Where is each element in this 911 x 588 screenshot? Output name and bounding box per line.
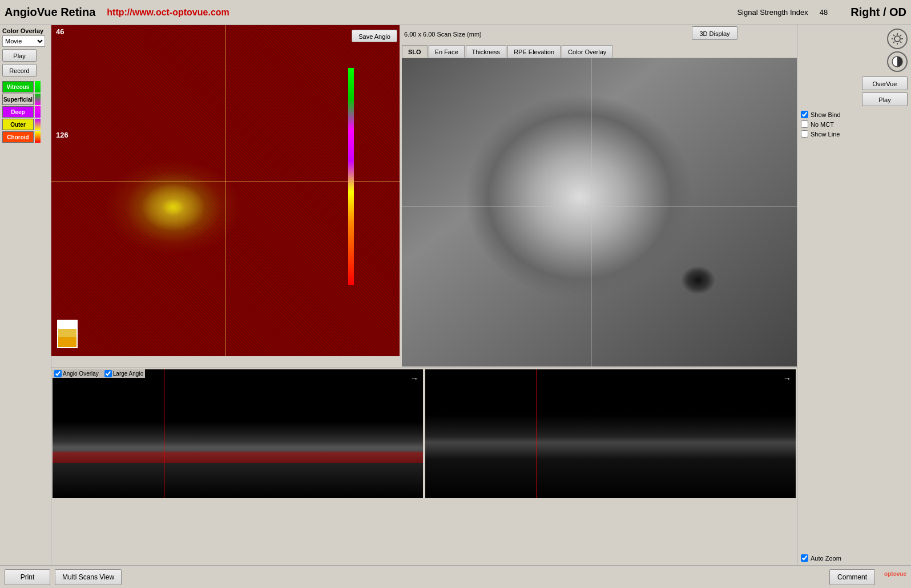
- tab-en-face[interactable]: En Face: [429, 45, 465, 58]
- deep-swatch: [35, 106, 41, 118]
- show-bind-checkbox[interactable]: [801, 111, 808, 118]
- right-panel: OverVue Play Show Bind No MCT Show Line …: [797, 25, 911, 565]
- optovue-logo-text2: vue: [897, 571, 906, 577]
- show-bind-row: Show Bind: [801, 111, 908, 118]
- header: AngioVue Retina http://www.oct-optovue.c…: [0, 0, 911, 25]
- play-right-button[interactable]: Play: [862, 92, 908, 106]
- slo-crosshair-h: [402, 206, 797, 207]
- superficial-label: Superficial: [2, 94, 34, 105]
- display-3d-button[interactable]: 3D Display: [692, 26, 737, 40]
- angio-overlay-checkbox[interactable]: [54, 370, 62, 377]
- overvue-button[interactable]: OverVue: [862, 76, 908, 90]
- slo-area: 6.00 x 6.00 Scan Size (mm) 3D Display SL…: [402, 25, 797, 368]
- app-url[interactable]: http://www.oct-optovue.com: [107, 7, 229, 18]
- svg-line-5: [893, 35, 894, 36]
- left-panel: Color Overlay Movie Static Play Record V…: [0, 25, 51, 565]
- brightness-icon[interactable]: [887, 29, 908, 49]
- angio-number-2: 126: [56, 131, 68, 139]
- optovue-logo-text: opt: [884, 571, 893, 577]
- tab-thickness[interactable]: Thickness: [466, 45, 507, 58]
- superficial-bar: Superficial: [2, 94, 48, 105]
- signal-value: 48: [820, 8, 828, 17]
- tab-slo[interactable]: SLO: [402, 45, 428, 58]
- auto-zoom-row: Auto Zoom: [801, 554, 908, 562]
- bscan-left[interactable]: Angio Overlay Large Angio →: [53, 369, 423, 498]
- large-angio-label: Large Angio: [113, 370, 143, 377]
- crosshair-h: [51, 181, 400, 182]
- bscan-red-layer: [53, 452, 423, 463]
- contrast-icon[interactable]: [887, 51, 908, 72]
- outer-label: Outer: [2, 119, 34, 130]
- show-line-label: Show Line: [811, 131, 840, 138]
- play-button[interactable]: Play: [2, 49, 37, 62]
- comment-button[interactable]: Comment: [829, 569, 875, 585]
- save-angio-button[interactable]: Save Angio: [352, 30, 397, 42]
- auto-zoom-label: Auto Zoom: [811, 555, 841, 562]
- outer-bar: Outer: [2, 119, 48, 130]
- svg-point-0: [894, 36, 900, 42]
- app-title: AngioVue Retina: [5, 6, 95, 19]
- color-vertical-bar: [348, 68, 354, 285]
- no-mct-label: No MCT: [811, 121, 834, 128]
- color-overlay-label: Color Overlay: [2, 27, 43, 34]
- no-mct-row: No MCT: [801, 120, 908, 128]
- svg-line-8: [900, 35, 901, 36]
- vitreous-swatch: [35, 81, 41, 92]
- tab-rpe-elevation[interactable]: RPE Elevation: [507, 45, 561, 58]
- angio-overlay-label: Angio Overlay: [63, 370, 99, 377]
- brightness-icons: [801, 29, 908, 72]
- right-od-label: Right / OD: [850, 6, 906, 19]
- bscan-right-arrow: →: [783, 374, 791, 383]
- bscan-left-red-line: [164, 369, 164, 498]
- choroid-bar: Choroid: [2, 131, 48, 143]
- slo-crosshair-v: [591, 58, 592, 367]
- no-mct-checkbox[interactable]: [801, 120, 808, 128]
- slo-tabs: SLO En Face Thickness RPE Elevation Colo…: [402, 43, 797, 58]
- slo-image-inner: [402, 58, 797, 367]
- vitreous-bar: Vitreous: [2, 81, 48, 92]
- footer-right: Comment optovue: [829, 569, 906, 585]
- large-angio-checkbox[interactable]: [104, 370, 112, 377]
- tab-color-overlay[interactable]: Color Overlay: [562, 45, 612, 58]
- deep-bar: Deep: [2, 106, 48, 118]
- bscan-overlay-labels: Angio Overlay Large Angio: [53, 369, 145, 378]
- svg-line-6: [900, 42, 901, 43]
- bscan-right-red-line: [537, 369, 537, 498]
- slo-image[interactable]: [402, 58, 797, 356]
- multi-scans-button[interactable]: Multi Scans View: [55, 569, 122, 585]
- footer: Print Multi Scans View Comment optovue: [0, 565, 911, 588]
- center-area: Save Angio 46 126 6.00 x 6.00 Scan Siz: [51, 25, 797, 565]
- record-button[interactable]: Record: [2, 64, 37, 76]
- main-content: Color Overlay Movie Static Play Record V…: [0, 25, 911, 565]
- print-button[interactable]: Print: [5, 569, 50, 585]
- deep-label: Deep: [2, 106, 34, 118]
- angio-thumbnail: [57, 320, 78, 348]
- scan-size-label: 6.00 x 6.00 Scan Size (mm): [404, 31, 482, 38]
- choroid-swatch: [35, 131, 41, 143]
- outer-swatch: [35, 119, 41, 130]
- angio-image-container: Save Angio 46 126: [51, 25, 400, 356]
- angio-image[interactable]: 46 126: [51, 25, 400, 356]
- show-bind-label: Show Bind: [811, 111, 841, 118]
- svg-line-7: [893, 42, 894, 43]
- footer-left: Print Multi Scans View: [5, 569, 122, 585]
- signal-label: Signal Strength Index: [737, 8, 808, 17]
- choroid-label: Choroid: [2, 131, 34, 143]
- superficial-swatch: [35, 94, 41, 105]
- auto-zoom-checkbox[interactable]: [801, 554, 808, 562]
- crosshair-v: [225, 25, 226, 356]
- top-images: Save Angio 46 126 6.00 x 6.00 Scan Siz: [51, 25, 797, 368]
- optovue-logo: optovue: [884, 571, 906, 583]
- color-bars: Vitreous Superficial Deep Outer Choroid: [2, 81, 48, 143]
- bscan-left-image: [53, 381, 423, 498]
- bscan-right-image: [425, 369, 796, 498]
- show-line-checkbox[interactable]: [801, 130, 808, 138]
- vitreous-label: Vitreous: [2, 81, 34, 92]
- bottom-scans: Angio Overlay Large Angio →: [51, 368, 797, 499]
- angio-number-1: 46: [56, 27, 64, 36]
- bscan-left-arrow: →: [410, 374, 418, 383]
- bscan-right[interactable]: →: [425, 369, 796, 498]
- show-line-row: Show Line: [801, 130, 908, 138]
- signal-info: Signal Strength Index 48: [737, 8, 828, 17]
- movie-dropdown[interactable]: Movie Static: [2, 35, 45, 47]
